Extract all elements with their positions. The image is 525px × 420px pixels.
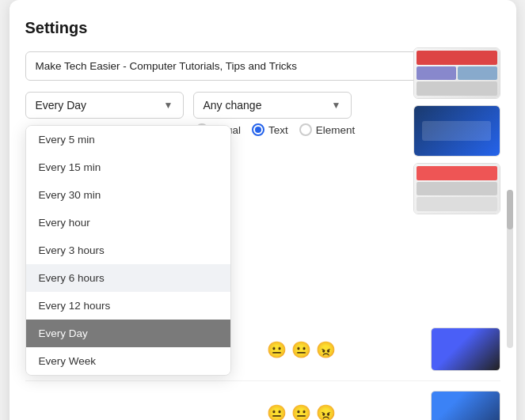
radio-label-element: Element [316, 124, 356, 136]
row-thumb-image-1 [432, 328, 500, 370]
chevron-down-icon: ▼ [164, 100, 173, 111]
emoji-neutral-2[interactable]: 😐 [291, 340, 311, 359]
frequency-dropdown-menu: Every 5 min Every 15 min Every 30 min Ev… [25, 125, 231, 376]
dropdown-item-3hours[interactable]: Every 3 hours [26, 236, 230, 264]
emoji-angry-1[interactable]: 😠 [316, 340, 336, 359]
dropdown-item-day[interactable]: Every Day [26, 320, 230, 347]
row-thumbnail-2 [431, 391, 500, 420]
thumbnail-1 [413, 47, 500, 99]
row-thumb-image-2 [432, 392, 500, 420]
change-dropdown[interactable]: Any change ▼ [193, 92, 352, 119]
dropdown-item-12hours[interactable]: Every 12 hours [26, 292, 230, 320]
scrollbar-thumb[interactable] [507, 190, 513, 229]
frequency-dropdown-label: Every Day [36, 99, 87, 112]
panel-title: Settings [25, 19, 500, 37]
chevron-down-icon-2: ▼ [332, 100, 341, 111]
dropdown-item-30min[interactable]: Every 30 min [26, 181, 230, 209]
emoji-neutral-3[interactable]: 😐 [267, 403, 287, 421]
row-thumbnail-1 [431, 327, 500, 371]
dropdown-item-6hours[interactable]: Every 6 hours [26, 264, 230, 292]
dropdown-item-hour[interactable]: Every hour [26, 209, 230, 236]
settings-panel: Settings Make Tech Easier - Computer Tut… [10, 0, 516, 420]
change-dropdown-label: Any change [204, 99, 262, 112]
radio-element[interactable]: Element [299, 123, 356, 136]
dropdown-item-5min[interactable]: Every 5 min [26, 126, 230, 153]
radio-label-text: Text [268, 124, 288, 136]
emoji-neutral-4[interactable]: 😐 [291, 403, 311, 421]
emoji-group-1: 😐 😐 😠 [267, 340, 336, 359]
radio-text[interactable]: Text [252, 123, 288, 136]
thumbnail-2 [413, 105, 500, 157]
radio-circle-element [299, 123, 312, 136]
content-row-2: 😐 😐 😠 [25, 381, 500, 420]
dropdown-item-week[interactable]: Every Week [26, 347, 230, 375]
dropdown-item-15min[interactable]: Every 15 min [26, 153, 230, 181]
emoji-group-2: 😐 😐 😠 [267, 403, 336, 421]
frequency-dropdown[interactable]: Every Day ▼ [25, 92, 184, 119]
emoji-neutral-1[interactable]: 😐 [267, 340, 287, 359]
emoji-angry-2[interactable]: 😠 [316, 403, 336, 421]
thumbnails-area [413, 47, 500, 214]
radio-circle-text [252, 123, 264, 136]
scrollbar[interactable] [507, 190, 513, 348]
thumbnail-3 [413, 163, 500, 214]
url-text: Make Tech Easier - Computer Tutorials, T… [36, 60, 474, 72]
